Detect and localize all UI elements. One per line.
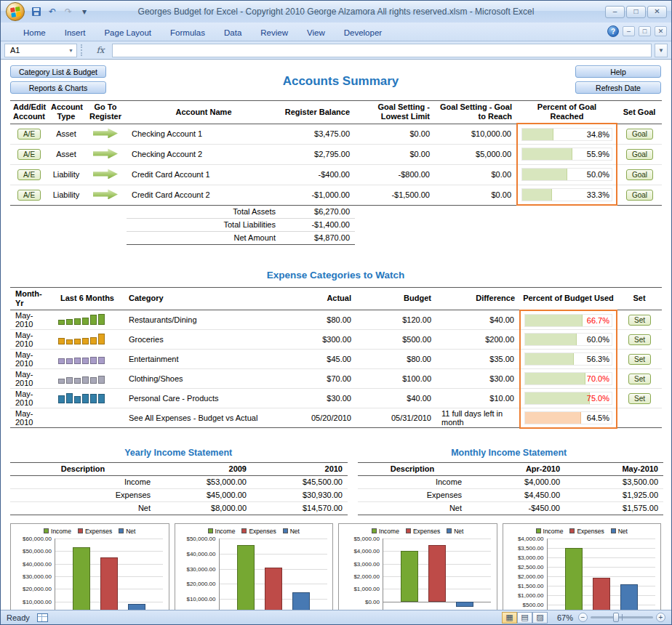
add-edit-account-button[interactable]: A/E (17, 149, 41, 160)
tab-developer[interactable]: Developer (335, 25, 391, 41)
goal-percent: 55.9% (587, 150, 609, 158)
macro-record-icon[interactable] (37, 613, 48, 622)
worksheet[interactable]: Category List & Budget Reports & Charts … (1, 60, 671, 610)
page-break-view-button[interactable]: ▨ (532, 612, 548, 624)
col-header-percent-goal: Percent of Goal Reached (517, 101, 617, 124)
tab-insert[interactable]: Insert (55, 25, 95, 41)
chart-may-2010[interactable]: IncomeExpensesNet $4,000.00$3,500.00$3,0… (503, 523, 662, 610)
set-goal-button[interactable]: Goal (626, 149, 653, 160)
chart-2010[interactable]: IncomeExpensesNet $50,000.00$40,000.00$3… (175, 523, 334, 610)
expense-difference: $10.00 (436, 389, 520, 408)
reports-charts-button[interactable]: Reports & Charts (10, 81, 106, 94)
col-header-actual: Actual (284, 287, 356, 310)
zero-axis-line (383, 602, 491, 602)
legend-swatch (208, 528, 213, 533)
legend-item: Income (208, 528, 236, 535)
tab-view[interactable]: View (297, 25, 335, 41)
spark-bar (58, 379, 65, 384)
redo-button[interactable]: ↷ (62, 5, 75, 18)
tab-review[interactable]: Review (251, 25, 297, 41)
set-budget-button[interactable]: Set (628, 334, 651, 345)
zoom-out-button[interactable]: − (578, 613, 588, 622)
workbook-restore-button[interactable]: □ (639, 26, 651, 36)
spark-bar (90, 337, 97, 344)
budget-percent: 60.0% (587, 335, 609, 344)
workbook-minimize-button[interactable]: – (623, 26, 635, 36)
chart-bar-net (456, 602, 473, 608)
legend-item: Income (536, 528, 564, 535)
category-list-budget-button[interactable]: Category List & Budget (10, 65, 106, 78)
account-row: A/E Liability Credit Card Account 2 -$1,… (10, 185, 662, 205)
gridline (548, 576, 655, 577)
status-bar: Ready ▦ ▤ ▨ 67% − + (1, 610, 671, 624)
workbook-close-button[interactable]: ✕ (655, 26, 667, 36)
chart-2009[interactable]: IncomeExpensesNet $60,000.00$50,000.00$4… (10, 523, 169, 610)
ribbon-right-controls: ? – □ ✕ (607, 25, 667, 37)
insert-function-button[interactable]: fx (92, 44, 109, 57)
name-box[interactable]: A1 ▼ (4, 44, 77, 57)
maximize-button[interactable]: □ (626, 6, 646, 18)
go-to-register-button[interactable] (93, 128, 118, 138)
gridline (55, 539, 163, 539)
set-budget-button[interactable]: Set (628, 315, 651, 326)
set-budget-button[interactable]: Set (628, 393, 651, 404)
zoom-level[interactable]: 67% (553, 613, 573, 622)
expense-difference: $40.00 (436, 310, 520, 330)
axis-tick-label: $40,000.00 (186, 551, 215, 557)
add-edit-account-button[interactable]: A/E (17, 129, 41, 140)
zoom-slider-thumb[interactable] (613, 613, 619, 622)
formula-input[interactable] (112, 44, 652, 57)
go-to-register-button[interactable] (93, 148, 118, 158)
save-button[interactable] (30, 5, 43, 18)
tab-home[interactable]: Home (14, 25, 55, 41)
zoom-in-button[interactable]: + (656, 613, 665, 622)
go-to-register-button[interactable] (93, 189, 118, 199)
goal-to-reach: $10,000.00 (435, 124, 517, 144)
chart-bar-income (401, 551, 418, 601)
col-header-account-type: Account Type (48, 101, 84, 124)
refresh-date-button[interactable]: Refresh Date (575, 81, 661, 94)
set-budget-button[interactable]: Set (628, 374, 651, 384)
go-to-register-button[interactable] (93, 169, 118, 179)
expand-formula-bar-icon[interactable]: ▼ (655, 44, 668, 57)
help-icon[interactable]: ? (607, 25, 619, 37)
normal-view-button[interactable]: ▦ (502, 612, 517, 624)
axis-tick-label: $2,000.00 (518, 573, 544, 580)
set-budget-button[interactable]: Set (628, 354, 651, 365)
tab-page-layout[interactable]: Page Layout (95, 25, 161, 41)
set-goal-button[interactable]: Goal (626, 129, 653, 140)
office-button[interactable] (6, 2, 25, 21)
spark-bar (82, 338, 89, 344)
total-value: $6,270.00 (281, 205, 355, 218)
close-button[interactable]: ✕ (647, 6, 667, 18)
name-box-dropdown-icon[interactable]: ▼ (68, 48, 73, 53)
page-layout-view-button[interactable]: ▤ (517, 612, 532, 624)
legend-swatch (78, 528, 83, 533)
chart-apr-2010[interactable]: IncomeExpensesNet $5,000.00$4,000.00$3,0… (338, 523, 497, 610)
budget-progress-cell: 75.0% (524, 391, 613, 406)
right-button-column: Help Refresh Date (575, 65, 661, 94)
expense-difference: $200.00 (436, 330, 520, 350)
row-label: Expenses (358, 488, 467, 501)
last-6-months-sparkline (58, 392, 105, 403)
legend-label: Income (51, 528, 71, 535)
add-edit-account-button[interactable]: A/E (17, 190, 41, 201)
add-edit-account-button[interactable]: A/E (17, 169, 41, 180)
tab-formulas[interactable]: Formulas (161, 25, 215, 41)
gridline (55, 551, 163, 552)
chart-bar-income (73, 547, 90, 610)
goal-progress-cell: 50.0% (521, 167, 613, 182)
minimize-button[interactable]: – (605, 6, 625, 18)
col-header-category: Category (124, 287, 284, 310)
legend-swatch (611, 528, 616, 533)
value-may: $1,925.00 (565, 488, 663, 501)
set-goal-button[interactable]: Goal (626, 169, 653, 180)
help-button[interactable]: Help (575, 65, 661, 78)
col-header-goal-to-reach: Goal Setting - Goal to Reach (435, 101, 517, 124)
qat-customize-button[interactable]: ▾ (78, 5, 91, 18)
axis-tick-label: $500.00 (523, 602, 544, 608)
tab-data[interactable]: Data (215, 25, 251, 41)
undo-button[interactable]: ↶ (46, 5, 59, 18)
zoom-slider-track[interactable] (591, 616, 653, 618)
set-goal-button[interactable]: Goal (626, 190, 653, 201)
